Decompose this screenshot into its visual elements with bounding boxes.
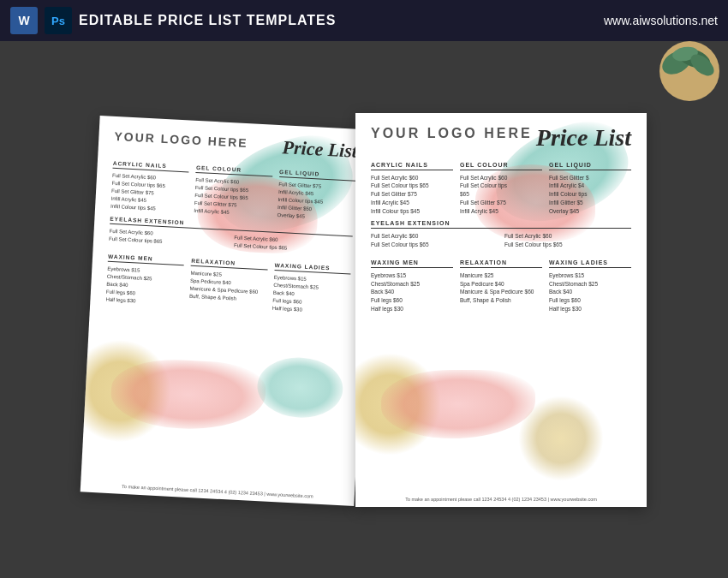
front-acrylic-item-5: Infill Colour tips $45 [371, 207, 453, 216]
front-gel-header: GEL COLOUR [460, 162, 542, 170]
back-footer: To make an appointment please call 1234 … [81, 481, 355, 501]
front-acrylic-item-4: Infill Acrylic $45 [371, 199, 453, 207]
back-acrylic-header: ACRYLIC NAILS [112, 159, 189, 172]
front-acrylic-item-3: Full Set Glitter $75 [371, 190, 453, 199]
front-wax-ladies-2: Chest/Stomach $25 [549, 280, 631, 289]
word-icon: W [10, 7, 38, 34]
front-acrylic-item-1: Full Set Acrylic $60 [371, 174, 453, 182]
front-wax-men-3: Back $40 [371, 288, 453, 296]
back-gel-header: GEL COLOUR [196, 164, 273, 176]
back-top-cols: ACRYLIC NAILS Full Set Acrylic $60 Full … [110, 154, 356, 223]
front-eyelash-item-4: Full Set Colour tips $65 [504, 241, 631, 249]
front-eyelash-header: EYELASH EXTENSION [371, 220, 631, 229]
header-url: www.aiwsolutions.net [604, 14, 718, 27]
front-wax-men-2: Chest/Stomach $25 [371, 280, 453, 289]
front-gel-item-4: Full Set Glitter $75 [460, 199, 542, 207]
header-title: EDITABLE PRICE LIST TEMPLATES [79, 13, 597, 28]
back-gel-liquid-col: GEL LIQUID Full Set Glitter $75 Infill A… [277, 164, 356, 223]
back-acrylic-col: ACRYLIC NAILS Full Set Acrylic $60 Full … [110, 154, 190, 214]
front-gel-item-2: Full Set Colour tips [460, 182, 542, 190]
main-area: YOUR LOGO HERE Price List ACRYLIC NAILS … [0, 41, 728, 578]
front-liquid-item-4: Infill Glitter $5 [549, 199, 631, 207]
header-bar: W Ps EDITABLE PRICE LIST TEMPLATES www.a… [0, 0, 728, 41]
back-relaxation-col: RELAXATION Manicure $25 Spa Pedicure $40… [188, 252, 268, 312]
back-logo-text: YOUR LOGO HERE [114, 128, 248, 149]
front-eyelash-item-2: Full Set Colour tips $65 [371, 241, 498, 249]
back-waxing-ladies-header: WAXING LADIES [274, 261, 351, 274]
front-liquid-item-3: Infill Colour tips [549, 190, 631, 199]
front-eyelash-col1: Full Set Acrylic $60 Full Set Colour tip… [371, 232, 498, 249]
back-waxing-men-header: WAXING MEN [108, 253, 185, 265]
front-relax-2: Spa Pedicure $40 [460, 280, 542, 289]
front-gel-liquid-col: GEL LIQUID Full Set Glitter $ Infill Acr… [549, 157, 631, 216]
front-liquid-item-2: Infill Acrylic $4 [549, 182, 631, 190]
front-liquid-item-5: Overlay $45 [549, 207, 631, 216]
front-wax-ladies-5: Half legs $30 [549, 305, 631, 313]
front-wax-ladies-1: Eyebrows $15 [549, 271, 631, 280]
front-waxing-ladies-col: WAXING LADIES Eyebrows $15 Chest/Stomach… [549, 254, 631, 313]
front-wax-men-4: Full legs $60 [371, 296, 453, 305]
price-card-back: YOUR LOGO HERE Price List ACRYLIC NAILS … [81, 115, 374, 505]
front-acrylic-col: ACRYLIC NAILS Full Set Acrylic $60 Full … [371, 157, 453, 216]
word-label: W [18, 14, 29, 27]
front-logo-text: YOUR LOGO HERE [371, 126, 533, 141]
front-bottom-cols: WAXING MEN Eyebrows $15 Chest/Stomach $2… [371, 254, 631, 313]
front-logo-area: YOUR LOGO HERE Price List [371, 126, 631, 150]
front-waxing-men-col: WAXING MEN Eyebrows $15 Chest/Stomach $2… [371, 254, 453, 313]
front-gel-item-3: $65 [460, 190, 542, 199]
front-acrylic-item-2: Full Set Colour tips $65 [371, 182, 453, 190]
back-waxing-ladies-col: WAXING LADIES Eyebrows $15 Chest/Stomach… [272, 256, 352, 316]
front-relax-4: Buff, Shape & Polish [460, 296, 542, 305]
plant-pot [659, 41, 719, 101]
front-wax-ladies-4: Full legs $60 [549, 296, 631, 305]
ps-icon: Ps [45, 7, 72, 34]
front-eyelash-col2: Full Set Acrylic $60 Full Set Colour tip… [504, 232, 631, 249]
front-card-content: YOUR LOGO HERE Price List ACRYLIC NAILS … [355, 113, 647, 507]
front-relaxation-col: RELAXATION Manicure $25 Spa Pedicure $40… [460, 254, 542, 313]
front-wax-ladies-3: Back $40 [549, 288, 631, 296]
front-top-cols: ACRYLIC NAILS Full Set Acrylic $60 Full … [371, 157, 631, 216]
front-eyelash-section: EYELASH EXTENSION Full Set Acrylic $60 F… [371, 220, 631, 249]
front-eyelash-row: Full Set Acrylic $60 Full Set Colour tip… [371, 232, 631, 249]
front-gel-col: GEL COLOUR Full Set Acrylic $60 Full Set… [460, 157, 542, 216]
back-logo-area: YOUR LOGO HERE Price List [114, 128, 358, 160]
front-gel-item-5: Infill Acrylic $45 [460, 207, 542, 216]
back-gel-liquid-header: GEL LIQUID [279, 169, 356, 182]
front-acrylic-header: ACRYLIC NAILS [371, 162, 453, 170]
front-gel-liquid-header: GEL LIQUID [549, 162, 631, 170]
front-eyelash-item-1: Full Set Acrylic $60 [371, 232, 498, 241]
front-wax-men-1: Eyebrows $15 [371, 271, 453, 280]
back-waxing-men-col: WAXING MEN Eyebrows $15 Chest/Stomach $2… [105, 247, 185, 307]
back-gel-col: GEL COLOUR Full Set Acrylic $60 Full Set… [194, 158, 273, 218]
front-relaxation-header: RELAXATION [460, 259, 542, 268]
front-footer: To make an appointment please call 1234 … [355, 497, 647, 502]
front-waxing-ladies-header: WAXING LADIES [549, 259, 631, 268]
ps-label: Ps [51, 15, 65, 27]
front-eyelash-item-3: Full Set Acrylic $60 [504, 232, 631, 241]
front-gel-item-1: Full Set Acrylic $60 [460, 174, 542, 182]
back-eyelash-col2: Full Set Acrylic $60 Full Set Colour tip… [234, 234, 353, 255]
front-liquid-item-1: Full Set Glitter $ [549, 174, 631, 182]
front-waxing-men-header: WAXING MEN [371, 259, 453, 268]
front-relax-1: Manicure $25 [460, 271, 542, 280]
back-bottom-cols: WAXING MEN Eyebrows $15 Chest/Stomach $2… [105, 247, 351, 316]
back-relaxation-header: RELAXATION [191, 257, 268, 270]
back-eyelash-col1: Full Set Acrylic $60 Full Set Colour tip… [109, 227, 228, 248]
back-price-list-title: Price List [282, 138, 357, 161]
front-wax-men-5: Half legs $30 [371, 305, 453, 313]
plant-decoration [651, 41, 719, 110]
front-price-list-title: Price List [536, 126, 631, 150]
price-card-front: YOUR LOGO HERE Price List ACRYLIC NAILS … [355, 113, 647, 507]
back-card-content: YOUR LOGO HERE Price List ACRYLIC NAILS … [81, 115, 374, 505]
front-relax-3: Manicure & Spa Pedicure $60 [460, 288, 542, 296]
